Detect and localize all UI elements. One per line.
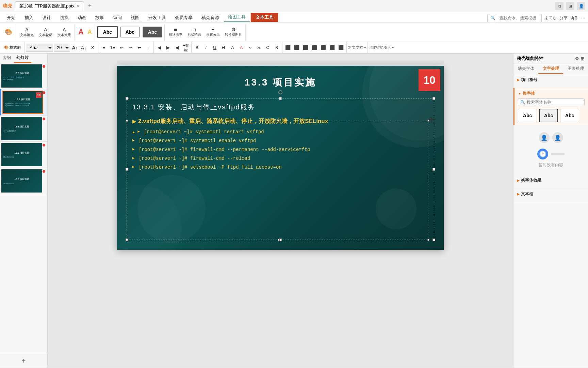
increase-font-btn[interactable]: A↑ [71, 44, 79, 52]
text-fill-btn[interactable]: A 文本填充 [18, 26, 36, 38]
tab-missing-font[interactable]: 缺失字体 [513, 64, 538, 74]
text-outline-btn[interactable]: A 文本轮廓 [37, 26, 54, 38]
line-spacing[interactable]: ⬛ [337, 44, 345, 52]
subscript-btn[interactable]: X₂ [255, 44, 263, 52]
grid-btn[interactable]: ⊞ [566, 2, 574, 10]
handle-ml[interactable] [126, 168, 128, 171]
style-btn-2[interactable]: Abc [120, 27, 140, 37]
decrease-font-btn[interactable]: A↓ [80, 44, 88, 52]
handle-tl[interactable] [126, 97, 128, 100]
font-color-btn[interactable]: A [237, 44, 245, 52]
format-styles-btn[interactable]: 🎨 [3, 28, 14, 37]
horizontal-scrollbar[interactable] [117, 60, 444, 64]
list-style[interactable]: ⬛ [319, 44, 327, 52]
restore-btn[interactable]: ⧉ [555, 2, 564, 10]
text-effect-btn[interactable]: A 文本效果 [55, 26, 73, 38]
shape-outline-btn[interactable]: ◻ 形状轮廓 [185, 27, 203, 38]
list-indent[interactable]: ⬛ [328, 44, 336, 52]
textbox-title[interactable]: ▶ 文本框 [517, 191, 585, 197]
slide-canvas[interactable]: 10 13.3 项目实施 13.3. [117, 66, 444, 250]
slide-thumb-1[interactable]: 13.3 项目实施 13.3.1 安装、启动与停止 vsftpd服务 [0, 63, 47, 89]
superscript-btn[interactable]: X² [246, 44, 254, 52]
unsync-btn[interactable]: 未同步 [544, 15, 557, 21]
text-convert-btn[interactable]: ⇌智能 [182, 44, 190, 52]
share-btn[interactable]: 分享 [559, 15, 568, 21]
underline-btn[interactable]: U [211, 44, 219, 52]
rotate-handle[interactable] [278, 90, 282, 94]
tab-chart-processing[interactable]: 图表处理 [563, 64, 588, 74]
tab-resources[interactable]: 稿壳资源 [197, 13, 223, 22]
tab-animation[interactable]: 动画 [74, 13, 91, 22]
format-style-btn[interactable]: 🎨 格式刷 [2, 44, 23, 51]
convert-shape-btn[interactable]: ⇌转智能图形 ▾ [369, 45, 394, 50]
tab-story[interactable]: 故事 [91, 13, 108, 22]
align-text-left[interactable]: ◀ [155, 44, 163, 52]
align-text-right[interactable]: ◀ [173, 44, 181, 52]
font-style-2[interactable]: Abc [539, 109, 558, 122]
tab-devtools[interactable]: 开发工具 [144, 13, 170, 22]
expand-icon[interactable]: ⊞ [581, 56, 585, 61]
big-a-gold[interactable]: A [86, 29, 93, 35]
align-center[interactable]: ⬛ [293, 44, 301, 52]
numbered-list-btn[interactable]: 1≡ [109, 44, 117, 52]
document-tab[interactable]: 第13章 FTP服务器配置.pptx ✕ [15, 1, 84, 11]
add-slide-btn[interactable]: + [0, 354, 47, 368]
align-left[interactable]: ⬛ [284, 44, 292, 52]
handle-bl[interactable] [126, 239, 128, 241]
font-style-1[interactable]: Abc [518, 109, 537, 122]
bullet-list-btn[interactable]: ≡ [100, 44, 108, 52]
big-a-red[interactable]: A [77, 28, 85, 36]
tab-start[interactable]: 开始 [3, 13, 20, 22]
new-tab-btn[interactable]: + [87, 2, 93, 10]
settings-icon[interactable]: ⚙ [575, 56, 579, 61]
slide-thumb-4[interactable]: 13.3 项目实施 匿名用户访问 [0, 142, 47, 168]
style-btn-3[interactable]: Abc [143, 27, 162, 37]
font-style-3[interactable]: Abc [560, 109, 579, 122]
slides-tab[interactable]: 幻灯片 [14, 53, 31, 63]
handle-br[interactable] [432, 239, 435, 241]
justify[interactable]: ⬛ [310, 44, 318, 52]
italic-btn[interactable]: I [202, 44, 210, 52]
tab-text-tool[interactable]: 文本工具 [250, 13, 278, 22]
tab-close-btn[interactable]: ✕ [77, 4, 80, 9]
tab-membership[interactable]: 会员专享 [171, 13, 197, 22]
content-box[interactable]: 13.3.1 安装、启动与停止vsftpd服务 ▶ 2.vsftpd服务启动、重… [127, 98, 434, 240]
slide-thumb-5[interactable]: 13.3 项目实施 本地用户访问 [0, 168, 47, 194]
handle-bc[interactable] [279, 239, 282, 241]
style-btn-1[interactable]: Abc [98, 27, 117, 37]
slide-title[interactable]: 13.3 项目实施 [117, 76, 444, 89]
font-size-selector[interactable]: 20 [54, 44, 70, 52]
shape-effect-btn[interactable]: ✦ 形状效果 [204, 27, 222, 38]
strikethrough-btn[interactable]: S [219, 44, 228, 52]
handle-tc[interactable] [279, 97, 282, 100]
font-name-selector[interactable]: Arial [26, 44, 53, 52]
bullet-section-title[interactable]: ▶ 项目符号 [517, 77, 585, 83]
font-swap-title[interactable]: ▼ 换字体 [518, 91, 585, 96]
highlight-btn[interactable]: A̲ [228, 44, 236, 52]
bold-btn[interactable]: B [193, 44, 201, 52]
tab-transition[interactable]: 切换 [56, 13, 73, 22]
tab-insert[interactable]: 插入 [20, 13, 37, 22]
text-align-options[interactable]: 对文文本 ▾ [348, 45, 366, 50]
more-btn[interactable]: ⋯ [581, 16, 585, 20]
convert-btn[interactable]: 🖼 转换成图片 [223, 27, 244, 38]
clear-format-btn[interactable]: ✕ [88, 44, 97, 52]
handle-mr[interactable] [432, 168, 435, 171]
shape-fill-btn[interactable]: ◼ 形状填充 [167, 27, 184, 38]
slide-thumb-3[interactable]: 13.3 项目实施 vsftpd配置文件 [0, 116, 47, 142]
tab-review[interactable]: 审阅 [109, 13, 126, 22]
tab-text-processing[interactable]: 文字处理 [538, 64, 563, 74]
collab-btn[interactable]: 协作 [570, 15, 578, 21]
font-search-input[interactable] [527, 100, 582, 105]
user-btn[interactable]: 👤 [577, 2, 585, 10]
handle-tr[interactable] [432, 97, 435, 100]
align-right[interactable]: ⬛ [301, 44, 310, 52]
outline-tab[interactable]: 大纲 [0, 53, 14, 63]
search-input[interactable] [497, 14, 541, 22]
special-char-btn[interactable]: Ω [264, 44, 272, 52]
indent-right-btn[interactable]: ⇥ [126, 44, 134, 52]
line-height-btn[interactable]: ↕ [144, 44, 152, 52]
tab-view[interactable]: 视图 [127, 13, 144, 22]
text-shadow-btn[interactable]: S̲ [273, 44, 281, 52]
slide-thumb-2[interactable]: 13.3 项目实施 systemctl restart vsftpd syste… [0, 89, 47, 116]
